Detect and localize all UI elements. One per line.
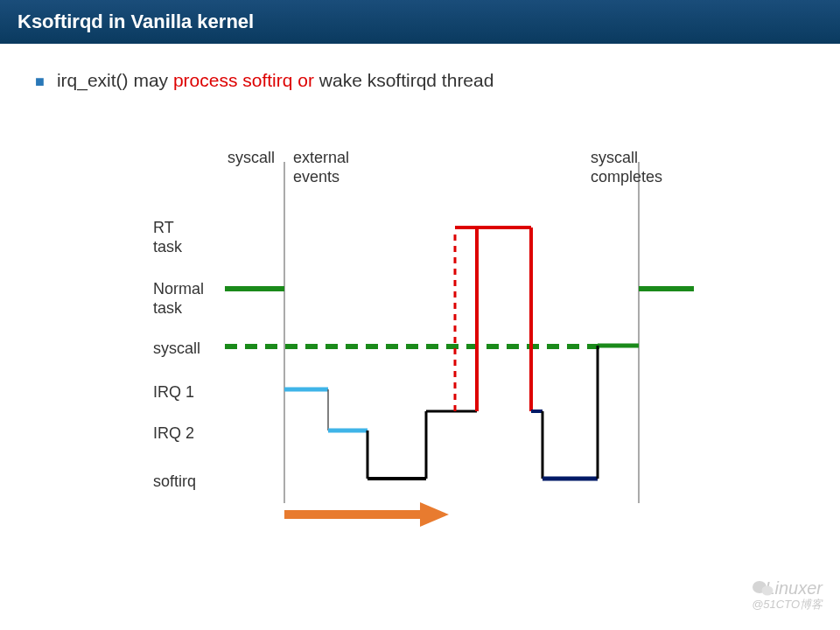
svg-point-24 [762,586,774,596]
svg-marker-22 [420,502,449,527]
bullet-highlight: process softirq or [173,70,314,90]
bullet-area: ■ irq_exit() may process softirq or wake… [0,44,840,100]
watermark: Linuxer @51CTO博客 [752,578,822,612]
timeline-diagram: syscall external events syscall complete… [153,149,696,534]
bullet-text: irq_exit() may process softirq or wake k… [57,70,494,91]
watermark-sub: @51CTO博客 [752,597,822,612]
bullet-suffix: wake ksoftirqd thread [314,70,494,90]
bullet-marker-icon: ■ [35,73,45,91]
bullet-prefix: irq_exit() may [57,70,173,90]
slide-header: Ksoftirqd in Vanilla kernel [0,0,840,44]
bullet-line: ■ irq_exit() may process softirq or wake… [35,70,805,91]
slide-title: Ksoftirqd in Vanilla kernel [18,10,254,32]
diagram-svg [153,149,696,534]
